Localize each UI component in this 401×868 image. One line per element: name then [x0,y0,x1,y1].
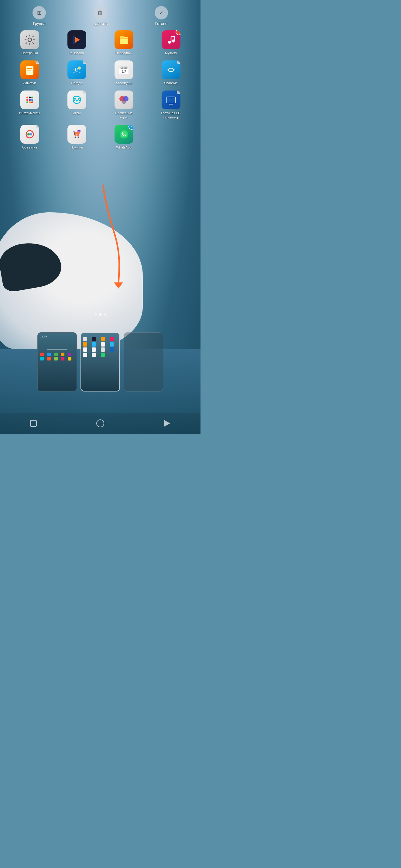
svg-point-5 [168,41,171,44]
lgtv-badge [177,91,181,94]
settings-label: Настройки [22,51,38,55]
lens-badge [35,125,39,128]
app-wordgames[interactable]: Словесные игры [100,91,147,119]
done-button[interactable]: ✓ Готово [155,6,168,26]
app-files[interactable]: Проводник [100,30,147,55]
top-action-bar: ⊞ Группа 🗑 Удалить ✓ Готово [0,0,201,29]
whatsapp-label: WhatsApp [116,146,131,149]
app-calendar[interactable]: Среда 17 Календарь [100,60,147,85]
files-icon [115,30,133,49]
thumbnail-screen-3[interactable] [124,332,163,392]
done-icon: ✓ [155,6,168,20]
svg-point-23 [122,100,126,104]
shareme-badge [177,60,181,64]
page-dot-3[interactable] [104,313,106,315]
music-icon [162,30,181,49]
svg-point-31 [30,133,32,135]
mivideo-label: Mi Видео [69,51,84,55]
group-icon: ⊞ [32,6,46,20]
tools-label: Инструменты [19,111,40,115]
page-dot-1[interactable] [95,313,97,315]
app-mivideo[interactable]: Mi Видео [53,30,100,55]
svg-point-17 [78,98,80,100]
svg-text:17: 17 [122,69,126,74]
notes-icon [20,60,39,79]
home-icon [96,420,104,427]
delete-icon: 🗑 [94,6,107,20]
calendar-label: Календарь [116,81,132,85]
weather-icon: -1° [67,60,86,79]
bottom-navigation [0,413,201,434]
app-grid: Настройки Mi Видео Проводник [0,27,201,152]
svg-point-16 [74,98,76,100]
page-dot-2[interactable] [99,313,101,315]
svg-rect-4 [120,36,124,38]
mivideo-icon [67,30,86,49]
app-settings[interactable]: Настройки [6,30,53,55]
notes-badge [35,60,39,64]
shopping-icon: S [67,125,86,144]
delete-label: Удалить [93,21,108,26]
delete-button[interactable]: 🗑 Удалить [93,6,108,26]
whatsapp-icon: ✓ [115,125,133,144]
files-label: Проводник [116,51,132,55]
home-button[interactable] [93,416,108,431]
calendar-icon: Среда 17 [115,60,133,79]
app-weather[interactable]: -1° Погода [53,60,100,85]
app-shareme[interactable]: ShareMe [147,60,194,85]
app-whatsapp[interactable]: ✓ WhatsApp [100,125,147,149]
back-icon [164,420,170,427]
shareme-icon [162,60,181,79]
tools-icon [20,91,39,109]
lgtv-icon [162,91,181,109]
group-button[interactable]: ⊞ Группа [32,6,46,26]
music-label: Музыка [165,51,177,55]
app-lens[interactable]: Объектив [6,125,53,149]
done-label: Готово [155,21,167,26]
svg-point-32 [74,136,76,138]
wordgames-label: Словесные игры [113,111,135,119]
notes-label: Заметки [23,81,36,85]
shopping-label: Покупки [70,146,83,149]
games-icon [67,91,86,109]
svg-point-33 [78,136,79,138]
weather-badge [83,60,86,64]
svg-text:S: S [75,133,78,136]
app-shopping[interactable]: S Покупки [53,125,100,149]
back-button[interactable] [159,416,175,431]
lgtv-label: Гостиная LG Телевизор [159,111,182,119]
svg-rect-25 [167,97,175,102]
recent-icon [30,420,37,427]
page-indicator [0,313,201,315]
svg-point-18 [76,100,78,101]
empty-slot [147,125,194,149]
svg-rect-36 [78,130,80,131]
games-label: Игры [73,111,81,115]
svg-rect-2 [72,35,75,44]
wordgames-icon [115,91,133,109]
thumbnail-screen-1[interactable]: 18:39 [37,332,77,392]
weather-label: Погода [71,81,82,85]
app-notes[interactable]: Заметки [6,60,53,85]
svg-marker-1 [75,37,80,43]
svg-point-0 [28,38,32,41]
lens-label: Объектив [22,146,37,149]
screen-thumbnails: 18:39 [0,332,201,392]
thumbnail-screen-2[interactable] [81,332,120,392]
svg-point-30 [27,133,30,135]
lens-icon [20,125,39,144]
app-tools[interactable]: Инструменты [6,91,53,119]
svg-text:-1°: -1° [73,67,78,72]
games-badge [83,91,86,94]
svg-point-6 [172,39,175,42]
app-games[interactable]: Игры [53,91,100,119]
app-music[interactable]: Музыка [147,30,194,55]
thumb-time: 18:39 [40,335,74,338]
settings-icon [20,30,39,49]
svg-point-11 [78,66,81,69]
shareme-label: ShareMe [164,81,178,85]
swan-decoration [0,167,201,349]
app-lgtv[interactable]: Гостиная LG Телевизор [147,91,194,119]
recent-apps-button[interactable] [26,416,41,431]
group-label: Группа [33,21,45,26]
